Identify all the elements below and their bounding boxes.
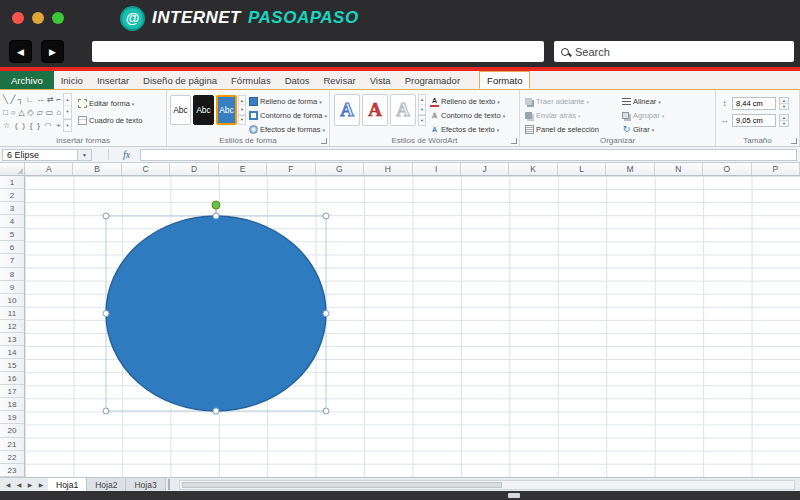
- bring-forward-button[interactable]: Traer adelante▾: [525, 95, 599, 108]
- shape-gallery-item[interactable]: ╲: [3, 95, 8, 104]
- ribbon-tab-insertar[interactable]: Insertar: [90, 71, 136, 89]
- send-backward-button[interactable]: Enviar atrás▾: [525, 109, 599, 122]
- dialog-launcher-icon[interactable]: [791, 138, 797, 144]
- column-header-n[interactable]: N: [655, 163, 703, 175]
- text-effects-button[interactable]: AEfectos de texto▾: [430, 123, 505, 136]
- ribbon-tab-vista[interactable]: Vista: [363, 71, 398, 89]
- shape-gallery-item[interactable]: ◇: [28, 108, 34, 117]
- shape-gallery-item[interactable]: ⇄: [47, 95, 54, 104]
- shape-gallery-item[interactable]: ☆: [3, 121, 10, 130]
- sheet-first-button[interactable]: ◀: [3, 479, 13, 490]
- sheet-next-button[interactable]: ▶: [25, 479, 35, 490]
- window-minimize-button[interactable]: [32, 12, 44, 24]
- horizontal-scrollbar[interactable]: [179, 480, 795, 490]
- row-header-10[interactable]: 10: [0, 294, 24, 307]
- column-header-f[interactable]: F: [267, 163, 315, 175]
- text-fill-button[interactable]: ARelleno de texto▾: [430, 95, 505, 108]
- sheet-tab-hoja2[interactable]: Hoja2: [87, 478, 126, 492]
- row-header-20[interactable]: 20: [0, 424, 24, 437]
- row-header-8[interactable]: 8: [0, 268, 24, 281]
- tab-split-handle[interactable]: [168, 479, 173, 490]
- shape-gallery-item[interactable]: {: [30, 121, 33, 130]
- shape-effects-button[interactable]: Efectos de formas▾: [249, 123, 327, 136]
- formula-input[interactable]: [140, 149, 797, 161]
- height-spin-down-icon[interactable]: ▼: [780, 104, 788, 109]
- dialog-launcher-icon[interactable]: [511, 138, 517, 144]
- select-all-button[interactable]: [0, 163, 25, 175]
- shape-gallery-item[interactable]: △: [19, 108, 25, 117]
- sheet-last-button[interactable]: ▶: [36, 479, 46, 490]
- text-box-button[interactable]: Cuadro de texto: [78, 114, 142, 127]
- wordart-style-preview-outline-gray[interactable]: A: [390, 94, 416, 126]
- column-header-b[interactable]: B: [73, 163, 121, 175]
- sheet-tab-hoja1[interactable]: Hoja1: [48, 478, 87, 492]
- row-header-16[interactable]: 16: [0, 372, 24, 385]
- row-header-13[interactable]: 13: [0, 333, 24, 346]
- ribbon-tab-programador[interactable]: Programador: [398, 71, 467, 89]
- gallery-down-icon[interactable]: ▼: [239, 105, 245, 114]
- align-button[interactable]: Alinear▾: [622, 95, 664, 108]
- gallery-up-icon[interactable]: ▲: [239, 96, 245, 105]
- row-header-9[interactable]: 9: [0, 281, 24, 294]
- rotate-button[interactable]: ↻Girar▾: [622, 123, 664, 136]
- edit-shape-button[interactable]: Editar forma▾: [78, 97, 142, 110]
- column-header-d[interactable]: D: [170, 163, 218, 175]
- window-zoom-button[interactable]: [52, 12, 64, 24]
- row-header-15[interactable]: 15: [0, 359, 24, 372]
- shape-gallery-item[interactable]: ↔: [36, 95, 44, 104]
- ribbon-tab-datos[interactable]: Datos: [278, 71, 317, 89]
- shape-style-preview-white[interactable]: Abc: [170, 95, 191, 125]
- column-header-e[interactable]: E: [219, 163, 267, 175]
- row-header-5[interactable]: 5: [0, 228, 24, 241]
- shape-gallery-item[interactable]: ⌂: [56, 108, 61, 117]
- shape-height-input[interactable]: [732, 97, 776, 110]
- shape-gallery-item[interactable]: ┐: [18, 95, 24, 104]
- sheet-prev-button[interactable]: ◀: [14, 479, 24, 490]
- shape-gallery-item[interactable]: □: [3, 108, 8, 117]
- row-header-18[interactable]: 18: [0, 398, 24, 411]
- text-outline-button[interactable]: AContorno de texto▾: [430, 109, 505, 122]
- wordart-style-preview-outline-blue[interactable]: A: [334, 94, 360, 126]
- column-header-p[interactable]: P: [752, 163, 800, 175]
- row-header-14[interactable]: 14: [0, 346, 24, 359]
- shape-gallery-item[interactable]: ╱: [10, 95, 15, 104]
- gallery-up-icon[interactable]: ▲: [419, 95, 425, 105]
- name-box-caret-icon[interactable]: ▼: [78, 149, 92, 161]
- gallery-down-icon[interactable]: ▼: [64, 106, 71, 118]
- column-header-o[interactable]: O: [703, 163, 751, 175]
- shape-gallery-item[interactable]: ▭: [46, 108, 54, 117]
- row-header-6[interactable]: 6: [0, 241, 24, 254]
- gallery-more-icon[interactable]: ▼: [419, 115, 425, 125]
- ribbon-tab-diseno-de-pagina[interactable]: Diseño de página: [136, 71, 224, 89]
- row-header-19[interactable]: 19: [0, 411, 24, 424]
- back-button[interactable]: ◀: [9, 40, 32, 63]
- column-header-j[interactable]: J: [461, 163, 509, 175]
- gallery-up-icon[interactable]: ▲: [64, 94, 71, 106]
- ribbon-tab-revisar[interactable]: Revisar: [316, 71, 362, 89]
- shape-width-input[interactable]: [732, 114, 776, 127]
- row-header-11[interactable]: 11: [0, 307, 24, 320]
- worksheet-grid[interactable]: [25, 176, 800, 477]
- name-box[interactable]: 6 Elipse: [2, 149, 78, 161]
- column-header-c[interactable]: C: [122, 163, 170, 175]
- gallery-more-icon[interactable]: ▼: [64, 119, 71, 131]
- column-header-a[interactable]: A: [25, 163, 73, 175]
- shape-gallery-item[interactable]: (: [15, 121, 18, 130]
- ribbon-tab-formulas[interactable]: Fórmulas: [224, 71, 278, 89]
- row-header-23[interactable]: 23: [0, 464, 24, 477]
- column-header-l[interactable]: L: [558, 163, 606, 175]
- shape-style-preview-blue[interactable]: Abc: [216, 95, 237, 125]
- gallery-more-icon[interactable]: ▼: [239, 115, 245, 124]
- forward-button[interactable]: ▶: [41, 40, 64, 63]
- shape-gallery-item[interactable]: ▱: [37, 108, 43, 117]
- shape-outline-button[interactable]: Contorno de forma▾: [249, 109, 327, 122]
- shape-gallery-item[interactable]: ◠: [45, 121, 52, 130]
- wordart-style-preview-fill-red[interactable]: A: [362, 94, 388, 126]
- shape-gallery-item[interactable]: ∟: [26, 95, 34, 104]
- group-button[interactable]: Agrupar▾: [622, 109, 664, 122]
- horizontal-scrollbar-thumb[interactable]: [182, 482, 502, 488]
- shape-fill-button[interactable]: Relleno de forma▾: [249, 95, 327, 108]
- search-box[interactable]: [554, 41, 794, 62]
- window-close-button[interactable]: [12, 12, 24, 24]
- shape-style-preview-black[interactable]: Abc: [193, 95, 214, 125]
